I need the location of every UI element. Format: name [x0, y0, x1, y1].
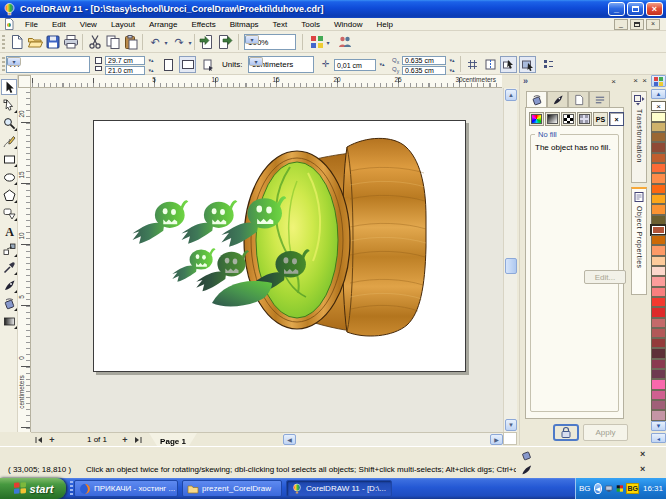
- open-button[interactable]: [26, 33, 44, 51]
- portrait-button[interactable]: [160, 56, 177, 73]
- color-swatch[interactable]: [651, 400, 666, 410]
- horizontal-ruler[interactable]: centimeters 51015202530: [31, 75, 502, 88]
- menu-bitmaps[interactable]: Bitmaps: [223, 19, 266, 30]
- text-tool[interactable]: A: [1, 223, 17, 239]
- vertical-scrollbar[interactable]: ▲ ▼: [503, 88, 517, 432]
- tab-general[interactable]: [568, 91, 589, 107]
- sidetab-transformation[interactable]: Transformation: [631, 91, 647, 183]
- corel-community-button[interactable]: [336, 33, 354, 51]
- basic-shapes-tool[interactable]: [1, 205, 17, 221]
- paper-type-combo[interactable]: A4 ▾: [6, 56, 90, 73]
- color-swatch[interactable]: [651, 328, 666, 338]
- nudge-offset-field[interactable]: 0,01 cm: [334, 59, 376, 71]
- drawing-canvas[interactable]: [31, 88, 503, 432]
- color-swatch[interactable]: [651, 204, 666, 214]
- new-button[interactable]: [8, 33, 26, 51]
- rectangle-tool[interactable]: [1, 151, 17, 167]
- tab-outline[interactable]: [547, 91, 568, 107]
- mdi-close-button[interactable]: ×: [646, 19, 660, 30]
- scroll-left-icon[interactable]: ◀: [283, 434, 296, 445]
- set-default-button[interactable]: [200, 56, 217, 73]
- redo-dropdown-icon[interactable]: ▾: [186, 39, 194, 46]
- first-page-button[interactable]: [33, 434, 45, 445]
- color-swatch[interactable]: [651, 173, 666, 183]
- paper-width-field[interactable]: 29.7 cm: [105, 56, 145, 65]
- snap-to-guidelines-button[interactable]: [482, 56, 499, 73]
- horizontal-scrollbar[interactable]: ◀ ▶: [283, 433, 503, 446]
- ruler-origin-button[interactable]: [18, 75, 31, 88]
- docker-close-icon[interactable]: ×: [608, 77, 619, 88]
- texture-fill-button[interactable]: [577, 112, 592, 126]
- no-color-swatch[interactable]: ×: [651, 101, 666, 111]
- menu-tools[interactable]: Tools: [294, 19, 327, 30]
- restore-button[interactable]: [627, 2, 644, 16]
- palette-options-button[interactable]: [651, 75, 666, 87]
- color-swatch[interactable]: [651, 132, 666, 142]
- color-swatch[interactable]: [651, 318, 666, 328]
- taskbar-task-folder[interactable]: prezent_CorelDraw: [182, 480, 282, 497]
- no-fill-button[interactable]: ×: [609, 112, 624, 126]
- launcher-dropdown-icon[interactable]: ▾: [324, 39, 332, 46]
- pick-tool[interactable]: [1, 79, 17, 95]
- units-dropdown-icon[interactable]: ▾: [249, 57, 263, 66]
- postscript-fill-button[interactable]: PS: [593, 112, 608, 126]
- color-swatch[interactable]: [651, 297, 666, 307]
- zoom-tool[interactable]: [1, 115, 17, 131]
- color-swatch[interactable]: [651, 184, 666, 194]
- paper-height-field[interactable]: 21.0 cm: [105, 66, 145, 75]
- color-swatch[interactable]: [651, 163, 666, 173]
- paper-width-spinner[interactable]: ▾▴: [146, 58, 156, 62]
- color-swatch[interactable]: [651, 245, 666, 255]
- fill-tool[interactable]: [1, 295, 17, 311]
- cut-button[interactable]: [86, 33, 104, 51]
- propbar-grip[interactable]: [2, 57, 5, 71]
- scroll-down-icon[interactable]: ▼: [505, 419, 517, 431]
- color-swatch[interactable]: [651, 276, 666, 286]
- edit-button[interactable]: Edit...: [584, 270, 626, 284]
- duplicate-x-spinner[interactable]: ▾▴: [447, 58, 457, 62]
- color-swatch[interactable]: [651, 266, 666, 276]
- vertical-ruler[interactable]: centimeters 20151050: [18, 88, 31, 432]
- pattern-fill-button[interactable]: [561, 112, 576, 126]
- copy-button[interactable]: [104, 33, 122, 51]
- snap-to-grid-button[interactable]: [464, 56, 481, 73]
- color-swatch[interactable]: [651, 194, 666, 204]
- landscape-button[interactable]: [179, 56, 196, 73]
- color-swatch[interactable]: [651, 287, 666, 297]
- snap-to-objects-button[interactable]: [500, 56, 517, 73]
- paper-height-spinner[interactable]: ▾▴: [146, 68, 156, 72]
- duplicate-x-field[interactable]: 0.635 cm: [402, 56, 446, 65]
- document-page[interactable]: [93, 120, 466, 372]
- sidetab-object-properties[interactable]: Object Properties: [631, 187, 647, 295]
- interactive-fill-tool[interactable]: [1, 313, 17, 329]
- color-swatch[interactable]: [651, 235, 666, 245]
- paste-button[interactable]: [122, 33, 140, 51]
- scroll-right-icon[interactable]: ▶: [490, 434, 503, 445]
- color-swatch[interactable]: [651, 225, 666, 235]
- color-swatch[interactable]: [651, 369, 666, 379]
- menu-view[interactable]: View: [73, 19, 104, 30]
- outline-tool[interactable]: [1, 277, 17, 293]
- print-button[interactable]: [62, 33, 80, 51]
- color-swatch[interactable]: [651, 390, 666, 400]
- palette-scroll-down-icon[interactable]: ▼: [651, 421, 666, 431]
- save-button[interactable]: [44, 33, 62, 51]
- color-swatch[interactable]: [651, 410, 666, 420]
- minimize-button[interactable]: _: [608, 2, 625, 16]
- units-combo[interactable]: centimeters ▾: [248, 56, 314, 73]
- color-swatch[interactable]: [651, 112, 666, 122]
- polygon-tool[interactable]: [1, 187, 17, 203]
- color-swatch[interactable]: [651, 307, 666, 317]
- treat-as-filled-button[interactable]: [519, 56, 536, 73]
- hide-tray-icons-button[interactable]: ◀: [594, 483, 602, 494]
- menu-effects[interactable]: Effects: [184, 19, 222, 30]
- menu-layout[interactable]: Layout: [104, 19, 142, 30]
- color-swatch[interactable]: [651, 359, 666, 369]
- menu-help[interactable]: Help: [369, 19, 399, 30]
- menu-text[interactable]: Text: [266, 19, 295, 30]
- toolbar-grip[interactable]: [2, 35, 5, 49]
- color-swatch[interactable]: [651, 348, 666, 358]
- import-button[interactable]: [198, 33, 216, 51]
- color-swatch[interactable]: [651, 153, 666, 163]
- mdi-restore-button[interactable]: [630, 19, 644, 30]
